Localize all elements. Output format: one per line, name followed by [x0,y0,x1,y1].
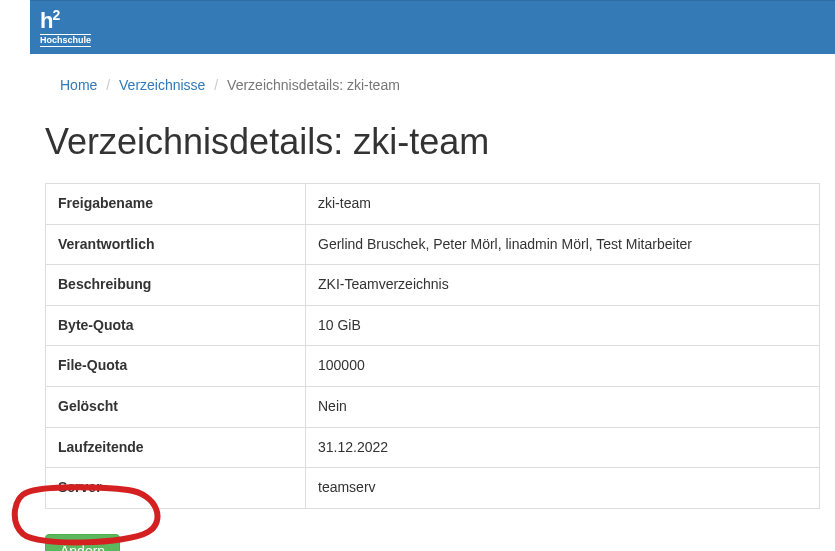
detail-label: Server [46,468,306,509]
content-area: Home Verzeichnisse Verzeichnisdetails: z… [0,54,835,551]
detail-label: Laufzeitende [46,427,306,468]
table-row: Freigabename zki-team [46,184,820,225]
breadcrumb-current: Verzeichnisdetails: zki-team [209,77,400,93]
detail-value: ZKI-Teamverzeichnis [306,265,820,306]
details-table: Freigabename zki-team Verantwortlich Ger… [45,183,820,509]
breadcrumb-home[interactable]: Home [60,77,97,93]
detail-label: Gelöscht [46,386,306,427]
edit-button[interactable]: Ändern [45,534,120,551]
logo[interactable]: h2 Hochschule [40,8,91,47]
detail-value: Gerlind Bruschek, Peter Mörl, linadmin M… [306,224,820,265]
breadcrumb-directories[interactable]: Verzeichnisse [119,77,205,93]
table-row: Verantwortlich Gerlind Bruschek, Peter M… [46,224,820,265]
table-row: File-Quota 100000 [46,346,820,387]
table-row: Beschreibung ZKI-Teamverzeichnis [46,265,820,306]
detail-label: Freigabename [46,184,306,225]
breadcrumb: Home Verzeichnisse Verzeichnisdetails: z… [45,69,820,101]
table-row: Server teamserv [46,468,820,509]
table-row: Byte-Quota 10 GiB [46,305,820,346]
detail-value: zki-team [306,184,820,225]
table-row: Laufzeitende 31.12.2022 [46,427,820,468]
page-title: Verzeichnisdetails: zki-team [45,121,820,163]
detail-value: 31.12.2022 [306,427,820,468]
table-row: Gelöscht Nein [46,386,820,427]
detail-label: Beschreibung [46,265,306,306]
detail-label: File-Quota [46,346,306,387]
detail-label: Byte-Quota [46,305,306,346]
logo-subtitle: Hochschule [40,34,91,47]
header-bar: h2 Hochschule [30,0,835,54]
detail-value: teamserv [306,468,820,509]
detail-value: Nein [306,386,820,427]
detail-value: 10 GiB [306,305,820,346]
detail-value: 100000 [306,346,820,387]
detail-label: Verantwortlich [46,224,306,265]
logo-main: h2 [40,8,91,32]
